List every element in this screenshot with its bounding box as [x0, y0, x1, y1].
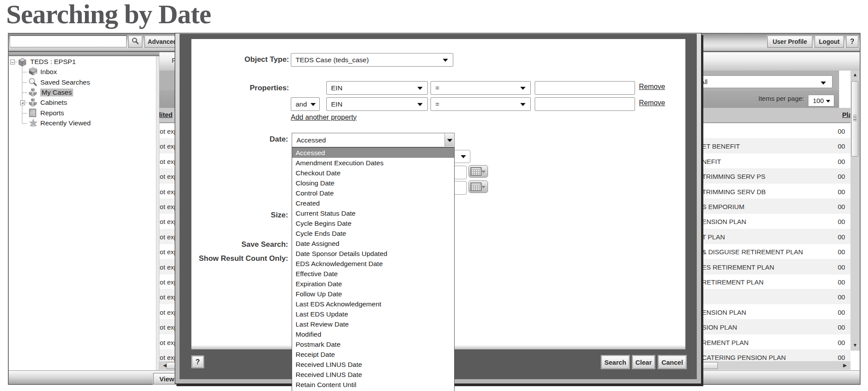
date-options-listbox[interactable]: AccessedAmendment Execution DatesCheckou… [292, 147, 455, 391]
date-option-date-assigned[interactable]: Date Assigned [292, 238, 454, 249]
property-value-input[interactable] [535, 97, 635, 111]
chevron-down-icon [826, 100, 830, 103]
cell-plan-id: 00 [838, 173, 845, 180]
date-option-last-eds-acknowledgement[interactable]: Last EDS Acknowledgement [292, 299, 454, 309]
date-option-expiration-date[interactable]: Expiration Date [292, 279, 454, 289]
show-result-count-label: Show Result Count Only: [191, 254, 288, 263]
chevron-down-icon [311, 103, 316, 106]
field-value: = [435, 100, 439, 108]
remove-property-link[interactable]: Remove [639, 99, 665, 107]
date-option-created[interactable]: Created [292, 198, 454, 208]
cell-plan-name: S EMPORIUM [702, 203, 745, 210]
my-cases-icon [28, 88, 38, 99]
column-header-expedited[interactable]: Expedited [159, 111, 173, 118]
operator-select[interactable]: = [430, 81, 531, 95]
tree-item-inbox[interactable]: Inbox [40, 68, 57, 76]
items-per-page-select[interactable]: 100 [808, 95, 834, 107]
date-option-date-sponsor-details-updated[interactable]: Date Sponsor Details Updated [292, 249, 454, 259]
date-option-accessed[interactable]: Accessed [292, 148, 454, 158]
cell-plan-id: 00 [838, 188, 845, 196]
tree-expand-toggle[interactable] [20, 100, 25, 105]
column-header-plan[interactable]: Pla [842, 111, 850, 118]
size-label: Size: [191, 211, 288, 220]
panel-splitter[interactable] [156, 56, 159, 370]
field-value: EIN [331, 84, 342, 92]
cell-plan-id: 00 [838, 339, 845, 346]
tree-connector-line [22, 113, 27, 114]
reports-icon [28, 108, 37, 119]
date-option-postmark-date[interactable]: Postmark Date [292, 339, 454, 349]
date-option-cycle-ends-date[interactable]: Cycle Ends Date [292, 228, 454, 238]
field-value: Accessed [296, 136, 326, 144]
date-select-dropdown-button[interactable] [445, 134, 454, 146]
date-option-retain-content-until[interactable]: Retain Content Until [292, 380, 454, 390]
date-option-cycle-begins-date[interactable]: Cycle Begins Date [292, 218, 454, 228]
results-filter-select[interactable]: All [683, 75, 833, 88]
object-type-select[interactable]: TEDS Case (teds_case) [291, 53, 453, 67]
cell-plan-name: ENSION PLAN [702, 218, 746, 225]
date-option-received-linus-date[interactable]: Received LINUS Date [292, 370, 454, 380]
chevron-down-icon [520, 87, 526, 90]
scroll-up-icon[interactable]: ▲ [850, 72, 860, 77]
date-option-receipt-date[interactable]: Receipt Date [292, 349, 454, 359]
search-button[interactable] [128, 36, 142, 48]
cell-plan-id: 00 [838, 218, 845, 225]
saved-searches-icon [28, 78, 38, 89]
operator-select[interactable]: = [430, 97, 531, 111]
cell-plan-id: 00 [838, 203, 845, 210]
add-another-property-link[interactable]: Add another property [291, 114, 356, 121]
date-option-checkout-date[interactable]: Checkout Date [292, 168, 454, 178]
chevron-down-icon [443, 59, 448, 62]
chevron-down-icon [417, 103, 423, 106]
date-option-last-review-date[interactable]: Last Review Date [292, 319, 454, 329]
object-type-label: Object Type: [191, 55, 289, 64]
date-option-modified[interactable]: Modified [292, 329, 454, 339]
dialog-help-button[interactable]: ? [192, 356, 204, 368]
scroll-right-icon[interactable]: ▶ [840, 363, 850, 368]
tree-item-my-cases[interactable]: My Cases [40, 89, 73, 96]
chevron-down-icon [481, 171, 486, 173]
date-option-control-date[interactable]: Control Date [292, 188, 454, 198]
date-option-effective-date[interactable]: Effective Date [292, 269, 454, 279]
tree-connector-line [22, 72, 27, 72]
help-button[interactable]: ? [846, 36, 858, 48]
user-profile-button[interactable]: User Profile [767, 36, 812, 48]
vertical-scrollbar-thumb[interactable] [851, 81, 858, 156]
scroll-down-icon[interactable]: ▼ [850, 342, 860, 348]
property-value-input[interactable] [535, 81, 635, 95]
property-select[interactable]: EIN [326, 81, 428, 95]
page-title: Searching by Date [6, 0, 211, 30]
date-option-amendment-execution-dates[interactable]: Amendment Execution Dates [292, 158, 454, 168]
tree-item-saved-searches[interactable]: Saved Searches [40, 78, 90, 86]
tree-root-label[interactable]: TEDS : EPSP1 [30, 58, 76, 66]
date-field-select[interactable]: Accessed [292, 133, 455, 147]
chevron-down-icon [447, 139, 452, 142]
vertical-scrollbar[interactable]: ▲ ▼ [850, 71, 860, 351]
cell-plan-name: TRIMMING SERV DB [702, 188, 766, 196]
cell-plan-name: TRIMMING SERV PS [702, 173, 766, 180]
property-conjunction-select[interactable]: and [291, 97, 320, 111]
calendar-picker-button[interactable] [469, 181, 488, 193]
dialog-search-button[interactable]: Search [601, 355, 629, 369]
logout-button[interactable]: Logout [815, 36, 844, 48]
search-input[interactable] [10, 35, 127, 47]
inbox-icon [28, 67, 38, 78]
cell-plan-id: 00 [838, 323, 845, 331]
date-option-closing-date[interactable]: Closing Date [292, 178, 454, 188]
date-option-last-eds-update[interactable]: Last EDS Update [292, 309, 454, 319]
date-option-eds-acknowledgement-date[interactable]: EDS Acknowledgement Date [292, 259, 454, 269]
date-option-follow-up-date[interactable]: Follow Up Date [292, 289, 454, 299]
tree-item-recently-viewed[interactable]: Recently Viewed [40, 119, 91, 127]
tree-item-reports[interactable]: Reports [40, 109, 64, 117]
tree-collapse-toggle[interactable] [10, 60, 15, 64]
date-option-received-linus-date[interactable]: Received LINUS Date [292, 359, 454, 370]
tree-connector-line [22, 92, 27, 93]
property-select[interactable]: EIN [326, 97, 428, 111]
dialog-cancel-button[interactable]: Cancel [658, 355, 686, 369]
remove-property-link[interactable]: Remove [639, 83, 665, 91]
calendar-picker-button[interactable] [469, 165, 488, 178]
dialog-clear-button[interactable]: Clear [632, 355, 655, 369]
date-option-current-status-date[interactable]: Current Status Date [292, 208, 454, 218]
tree-item-cabinets[interactable]: Cabinets [40, 99, 67, 107]
cell-plan-id: 00 [838, 158, 845, 165]
